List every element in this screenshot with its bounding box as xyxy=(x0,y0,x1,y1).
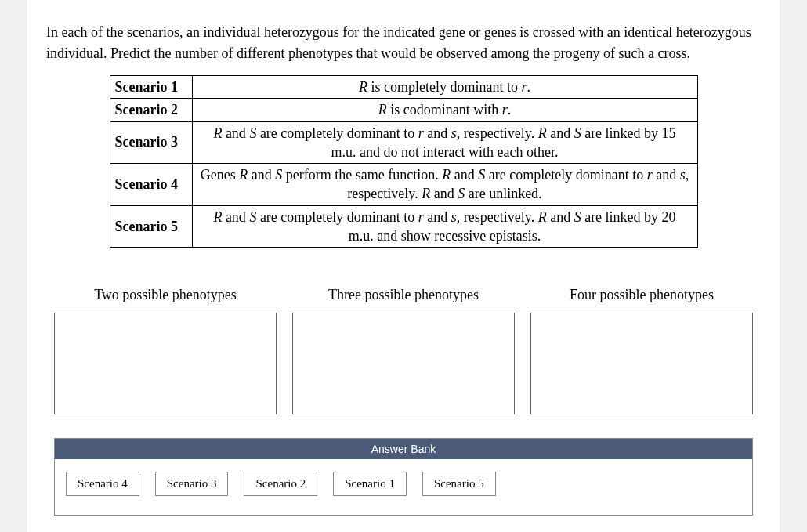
scenario1-label: Scenario 1 xyxy=(110,76,192,99)
drop-title-three: Three possible phenotypes xyxy=(328,287,479,303)
table-row: Scenario 1 R is completely dominant to r… xyxy=(110,76,697,99)
scenario5-desc: R and S are completely dominant to r and… xyxy=(192,205,697,248)
scenario5-label: Scenario 5 xyxy=(110,205,192,248)
answer-chip[interactable]: Scenario 5 xyxy=(422,472,496,496)
scenario3-label: Scenario 3 xyxy=(110,121,192,164)
answer-bank-body: Scenario 4 Scenario 3 Scenario 2 Scenari… xyxy=(55,459,752,515)
answer-bank-header: Answer Bank xyxy=(55,439,752,459)
table-row: Scenario 2 R is codominant with r. xyxy=(110,99,697,121)
answer-chip[interactable]: Scenario 1 xyxy=(333,472,407,496)
drop-zone-three[interactable] xyxy=(292,313,515,414)
table-row: Scenario 3 R and S are completely domina… xyxy=(110,121,697,164)
scenario2-label: Scenario 2 xyxy=(110,99,192,121)
question-page: In each of the scenarios, an individual … xyxy=(27,0,780,532)
drop-zone-two[interactable] xyxy=(54,313,277,414)
question-text: In each of the scenarios, an individual … xyxy=(46,22,761,64)
scenario3-desc: R and S are completely dominant to r and… xyxy=(192,121,697,164)
answer-chip[interactable]: Scenario 2 xyxy=(244,472,317,496)
drop-title-two: Two possible phenotypes xyxy=(94,287,237,303)
drop-col-four: Four possible phenotypes xyxy=(530,287,753,414)
drop-col-three: Three possible phenotypes xyxy=(292,287,515,414)
answer-chip[interactable]: Scenario 3 xyxy=(155,472,229,496)
scenario4-desc: Genes R and S perform the same function.… xyxy=(192,164,697,206)
answer-bank: Answer Bank Scenario 4 Scenario 3 Scenar… xyxy=(54,438,753,516)
answer-chip[interactable]: Scenario 4 xyxy=(66,472,139,496)
drop-col-two: Two possible phenotypes xyxy=(54,287,277,414)
drop-zone-four[interactable] xyxy=(530,313,753,414)
scenario4-label: Scenario 4 xyxy=(110,164,192,206)
scenario-table: Scenario 1 R is completely dominant to r… xyxy=(110,75,698,248)
table-row: Scenario 5 R and S are completely domina… xyxy=(110,205,697,248)
drop-title-four: Four possible phenotypes xyxy=(570,287,714,303)
table-row: Scenario 4 Genes R and S perform the sam… xyxy=(110,164,697,206)
scenario1-desc: R is completely dominant to r. xyxy=(192,76,697,99)
drop-zone-row: Two possible phenotypes Three possible p… xyxy=(46,287,761,414)
scenario2-desc: R is codominant with r. xyxy=(192,99,697,121)
